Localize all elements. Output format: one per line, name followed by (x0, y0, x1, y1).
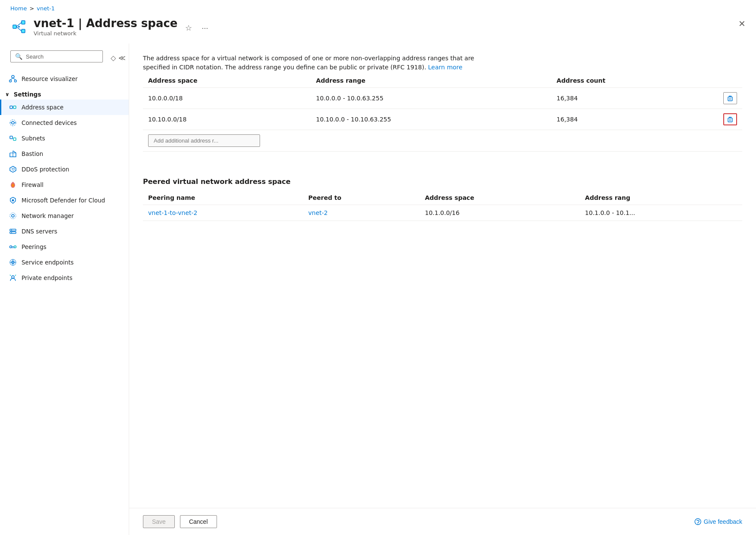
search-icon: 🔍 (15, 53, 22, 60)
svg-point-31 (14, 246, 16, 248)
peering-name-link[interactable]: vnet-1-to-vnet-2 (148, 209, 197, 216)
svg-point-25 (10, 213, 16, 219)
svg-point-54 (697, 524, 698, 525)
peered-section: Peered virtual network address space Pee… (143, 167, 742, 221)
sidebar-item-peerings[interactable]: Peerings (0, 239, 129, 255)
sidebar-item-address-space[interactable]: Address space (0, 100, 129, 115)
bastion-icon (9, 149, 17, 158)
search-input[interactable] (26, 53, 98, 60)
sidebar-item-network-manager[interactable]: Network manager (0, 208, 129, 224)
subnet-icon (9, 134, 17, 143)
breadcrumb-home[interactable]: Home (10, 5, 27, 12)
peered-col-name: Peering name (143, 191, 303, 205)
sidebar-item-service-endpoints[interactable]: Service endpoints (0, 255, 129, 270)
firewall-icon (9, 180, 17, 189)
sidebar: 🔍 ◇ ≪ Resource visualizer ∨ Settings Add… (0, 44, 129, 535)
svg-point-23 (12, 199, 14, 202)
sidebar-item-private-endpoints[interactable]: Private endpoints (0, 270, 129, 286)
sidebar-item-label: Resource visualizer (22, 75, 77, 82)
table-row: 10.10.0.0/18 10.10.0.0 - 10.10.63.255 16… (143, 109, 742, 130)
peerings-icon (9, 243, 17, 251)
learn-more-link[interactable]: Learn more (428, 64, 462, 71)
svg-rect-41 (728, 97, 732, 101)
delete-row-1-button[interactable] (723, 92, 737, 104)
svg-line-10 (13, 78, 15, 80)
svg-rect-11 (10, 106, 12, 109)
svg-rect-0 (13, 25, 16, 28)
filter-button[interactable]: ◇ (111, 54, 116, 62)
svg-rect-27 (10, 232, 16, 233)
favorite-button[interactable]: ☆ (183, 22, 194, 34)
sidebar-item-firewall[interactable]: Firewall (0, 177, 129, 193)
peered-address-space: 10.1.0.0/16 (420, 205, 580, 221)
add-address-input[interactable] (148, 134, 260, 147)
sidebar-item-label: Connected devices (22, 119, 77, 126)
svg-rect-47 (728, 118, 732, 122)
svg-point-38 (12, 276, 14, 278)
sidebar-item-defender[interactable]: Microsoft Defender for Cloud (0, 193, 129, 208)
sidebar-item-label: Microsoft Defender for Cloud (22, 197, 105, 204)
sidebar-item-bastion[interactable]: Bastion (0, 146, 129, 162)
sidebar-item-label: DNS servers (22, 228, 57, 235)
sidebar-item-label: Service endpoints (22, 259, 74, 266)
collapse-button[interactable]: ≪ (118, 54, 126, 62)
close-button[interactable]: ✕ (738, 19, 746, 29)
vnet-icon (10, 18, 28, 35)
svg-rect-12 (13, 106, 16, 109)
peered-table-row: vnet-1-to-vnet-2 vnet-2 10.1.0.0/16 10.1… (143, 205, 742, 221)
save-button[interactable]: Save (143, 515, 175, 528)
breadcrumb-current[interactable]: vnet-1 (37, 5, 55, 12)
svg-point-6 (12, 75, 14, 78)
sidebar-item-ddos[interactable]: 🛡 DDoS protection (0, 162, 129, 177)
sidebar-item-subnets[interactable]: Subnets (0, 131, 129, 146)
feedback-icon (694, 518, 701, 525)
svg-rect-19 (13, 138, 16, 140)
sidebar-item-dns[interactable]: DNS servers (0, 224, 129, 239)
breadcrumb-sep: > (29, 5, 34, 12)
svg-rect-2 (22, 29, 25, 33)
peered-col-space: Address space (420, 191, 580, 205)
svg-line-9 (10, 78, 13, 80)
connected-icon (9, 118, 17, 127)
peered-to-link[interactable]: vnet-2 (308, 209, 328, 216)
address-count-value: 16,384 (552, 109, 718, 130)
add-row (143, 130, 742, 152)
delete-row-2-button[interactable] (723, 113, 737, 125)
address-space-value: 10.0.0.0/18 (143, 88, 311, 109)
sidebar-item-label: Bastion (22, 150, 43, 157)
feedback-label: Give feedback (704, 518, 743, 525)
table-row: 10.0.0.0/18 10.0.0.0 - 10.0.63.255 16,38… (143, 88, 742, 109)
peered-section-title: Peered virtual network address space (143, 177, 742, 186)
page-subtitle: Virtual network (34, 30, 177, 37)
main-layout: 🔍 ◇ ≪ Resource visualizer ∨ Settings Add… (0, 44, 756, 535)
col-header-range: Address range (311, 74, 552, 88)
peered-col-to: Peered to (303, 191, 420, 205)
network-manager-icon (9, 212, 17, 220)
sidebar-section-settings: ∨ Settings (0, 87, 129, 100)
sidebar-item-resource-visualizer[interactable]: Resource visualizer (0, 71, 129, 87)
sidebar-item-connected-devices[interactable]: Connected devices (0, 115, 129, 131)
defender-icon (9, 196, 17, 205)
address-range-value: 10.10.0.0 - 10.10.63.255 (311, 109, 552, 130)
page-header: vnet-1 | Address space Virtual network ☆… (0, 13, 756, 44)
sidebar-item-label: DDoS protection (22, 166, 69, 173)
peered-table: Peering name Peered to Address space Add… (143, 191, 742, 221)
sidebar-item-label: Network manager (22, 212, 74, 219)
address-range-value: 10.0.0.0 - 10.0.63.255 (311, 88, 552, 109)
sidebar-item-label: Subnets (22, 135, 45, 142)
col-header-space: Address space (143, 74, 311, 88)
description-text: The address space for a virtual network … (143, 54, 496, 72)
page-title: vnet-1 | Address space (34, 17, 177, 30)
sidebar-item-label: Firewall (22, 181, 43, 188)
search-box[interactable]: 🔍 (10, 50, 103, 62)
sidebar-item-label: Address space (22, 104, 64, 111)
more-button[interactable]: ··· (200, 22, 210, 34)
peered-col-range: Address rang (580, 191, 742, 205)
give-feedback-button[interactable]: Give feedback (694, 518, 743, 525)
col-header-count: Address count (552, 74, 718, 88)
address-icon (9, 103, 17, 112)
footer: Save Cancel Give feedback (129, 508, 756, 535)
resource-icon (9, 75, 17, 83)
cancel-button[interactable]: Cancel (180, 515, 217, 528)
svg-rect-1 (22, 21, 25, 24)
